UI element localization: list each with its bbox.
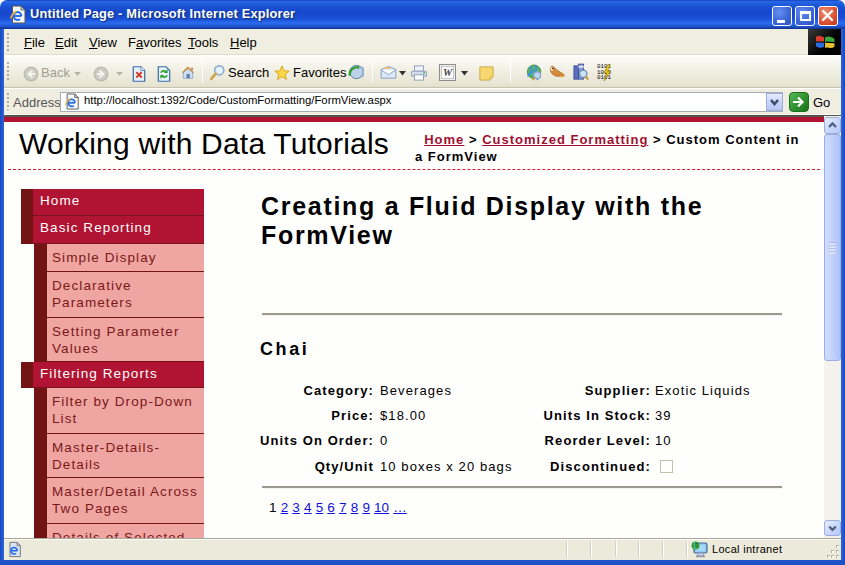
svg-text:W: W — [443, 67, 453, 78]
